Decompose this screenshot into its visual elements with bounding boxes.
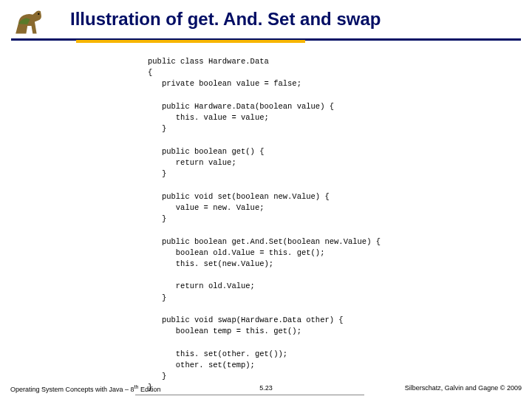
footer-right: Silberschatz, Galvin and Gagne © 2009 bbox=[405, 384, 522, 392]
footer-left: Operating System Concepts with Java – 8t… bbox=[10, 384, 160, 393]
footer-authors: Silberschatz, Galvin and Gagne bbox=[405, 384, 500, 392]
code-listing: public class Hardware.Data { private boo… bbox=[148, 56, 532, 394]
code-end-rule bbox=[135, 395, 364, 395]
svg-point-0 bbox=[38, 13, 39, 15]
footer-copyright: © 2009 bbox=[500, 384, 522, 392]
title-accent bbox=[76, 40, 305, 43]
footer-book-title: Operating System Concepts with Java – 8 bbox=[10, 386, 134, 393]
dinosaur-logo-icon bbox=[11, 7, 52, 37]
footer-page-number: 5.23 bbox=[259, 384, 273, 392]
slide-footer: Operating System Concepts with Java – 8t… bbox=[0, 384, 532, 393]
slide-header: Illustration of get. And. Set and swap bbox=[0, 0, 532, 30]
slide-title: Illustration of get. And. Set and swap bbox=[70, 9, 532, 30]
footer-edition-word: Edition bbox=[138, 386, 160, 393]
